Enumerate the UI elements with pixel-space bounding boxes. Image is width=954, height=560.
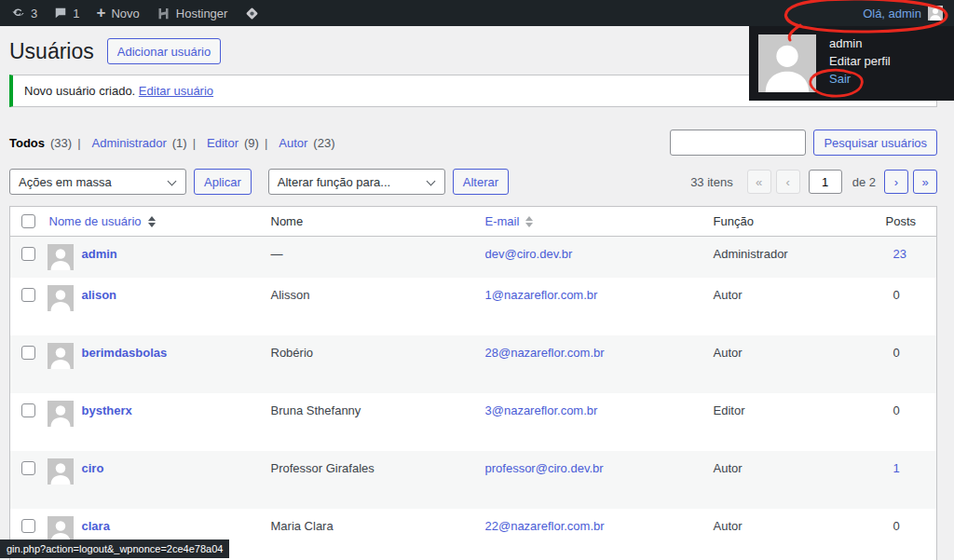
posts-count-link[interactable]: 0 xyxy=(893,288,900,302)
table-row: ciro Professor Girafales professor@ciro.… xyxy=(10,451,937,509)
filter-editor-link[interactable]: Editor xyxy=(207,136,238,150)
avatar-small xyxy=(928,6,943,20)
avatar xyxy=(48,458,74,485)
sort-arrows-icon xyxy=(525,216,533,227)
table-row: admin — dev@ciro.dev.br Administrador 23 xyxy=(10,237,937,278)
page-title: Usuários xyxy=(9,37,94,65)
comments-count: 1 xyxy=(73,7,79,20)
notice-text: Novo usuário criado. xyxy=(24,84,135,98)
users-table: Nome de usuário Nome E-mail Função Posts xyxy=(9,206,937,560)
wordpress-users-page: 3 1 + Novo Hostinger Olá, admin xyxy=(0,0,954,560)
hostinger-icon xyxy=(157,7,170,20)
row-checkbox[interactable] xyxy=(21,519,35,533)
row-checkbox[interactable] xyxy=(21,461,35,475)
table-header-row: Nome de usuário Nome E-mail Função Posts xyxy=(10,207,937,237)
email-link[interactable]: dev@ciro.dev.br xyxy=(485,247,573,261)
comment-icon xyxy=(54,7,67,20)
bulk-actions-select[interactable]: Ações em massa xyxy=(9,169,186,195)
change-role-button[interactable]: Alterar xyxy=(453,169,509,195)
filter-editor: Editor (9) xyxy=(193,136,259,150)
table-row: berimdasbolas Robério 28@nazareflor.com.… xyxy=(10,335,937,393)
first-page-button: « xyxy=(747,170,771,194)
user-role: Editor xyxy=(706,393,879,451)
role-filter-list: Todos (33) Administrador (1) Editor (9) … xyxy=(9,136,334,150)
filter-administrator-link[interactable]: Administrador xyxy=(92,136,167,150)
link-preview-statusbar: gin.php?action=logout&_wpnonce=2ce4e78a0… xyxy=(0,540,229,558)
sort-email-header[interactable]: E-mail xyxy=(485,214,534,228)
sort-username-header[interactable]: Nome de usuário xyxy=(49,214,156,228)
user-display-name: Alisson xyxy=(264,278,478,335)
account-menu-trigger[interactable]: Olá, admin xyxy=(863,6,943,20)
row-checkbox[interactable] xyxy=(21,403,35,417)
username-link[interactable]: ciro xyxy=(82,461,104,475)
filter-author-link[interactable]: Autor xyxy=(279,136,307,150)
search-users-input[interactable] xyxy=(670,130,806,156)
logout-link[interactable]: Sair xyxy=(829,72,891,87)
howdy-label: Olá, admin xyxy=(863,7,921,20)
user-display-name: Robério xyxy=(264,335,478,393)
filter-author: Autor (23) xyxy=(265,136,335,150)
email-link[interactable]: 1@nazareflor.com.br xyxy=(485,288,598,302)
role-header: Função xyxy=(706,207,879,237)
updates-count: 3 xyxy=(31,7,37,20)
email-link[interactable]: professor@ciro.dev.br xyxy=(485,461,604,475)
posts-count-link[interactable]: 23 xyxy=(893,247,906,261)
statusbar-url: gin.php?action=logout&_wpnonce=2ce4e78a0… xyxy=(7,543,223,554)
account-username-link[interactable]: admin xyxy=(829,36,891,51)
last-page-button[interactable]: » xyxy=(913,170,937,194)
select-all-checkbox[interactable] xyxy=(21,214,35,228)
prev-page-button: ‹ xyxy=(776,170,800,194)
admin-bar: 3 1 + Novo Hostinger Olá, admin xyxy=(0,0,954,26)
row-checkbox[interactable] xyxy=(21,288,35,302)
posts-count-link[interactable]: 0 xyxy=(893,403,900,417)
username-link[interactable]: bystherx xyxy=(82,403,132,417)
edit-user-link[interactable]: Editar usuário xyxy=(139,84,213,98)
user-role: Administrador xyxy=(706,237,879,278)
new-label: Novo xyxy=(111,7,139,20)
apply-button[interactable]: Aplicar xyxy=(194,169,252,195)
change-role-select[interactable]: Alterar função para... xyxy=(268,169,445,195)
row-checkbox[interactable] xyxy=(21,346,35,360)
items-count: 33 itens xyxy=(690,175,733,189)
email-link[interactable]: 3@nazareflor.com.br xyxy=(485,403,598,417)
comments-indicator[interactable]: 1 xyxy=(54,7,79,20)
edit-profile-link[interactable]: Editar perfil xyxy=(829,54,891,69)
search-users-button[interactable]: Pesquisar usuários xyxy=(813,130,937,156)
username-link[interactable]: admin xyxy=(82,247,117,261)
main-content: Usuários Adicionar usuário Novo usuário … xyxy=(0,26,954,560)
hostinger-menu[interactable]: Hostinger xyxy=(157,7,228,20)
hostinger-label: Hostinger xyxy=(176,7,228,20)
diamond-icon xyxy=(244,6,260,21)
name-header: Nome xyxy=(264,207,478,237)
current-page-input[interactable] xyxy=(809,170,842,194)
username-link[interactable]: clara xyxy=(82,519,110,533)
table-row: alison Alisson 1@nazareflor.com.br Autor… xyxy=(10,278,937,335)
user-role: Autor xyxy=(706,451,879,509)
user-role: Autor xyxy=(706,278,879,335)
pagination: 33 itens « ‹ de 2 › » xyxy=(690,170,937,194)
avatar xyxy=(48,401,74,427)
new-content-menu[interactable]: + Novo xyxy=(96,7,139,20)
filter-administrator: Administrador (1) xyxy=(77,136,186,150)
plus-icon: + xyxy=(96,5,105,20)
next-page-button[interactable]: › xyxy=(884,170,908,194)
avatar xyxy=(48,343,74,369)
row-checkbox[interactable] xyxy=(21,247,35,261)
add-user-button[interactable]: Adicionar usuário xyxy=(107,38,221,64)
posts-count-link[interactable]: 0 xyxy=(893,346,900,360)
updates-icon xyxy=(11,7,25,20)
total-pages-label: de 2 xyxy=(852,175,876,189)
user-display-name: Professor Girafales xyxy=(264,451,478,509)
posts-count-link[interactable]: 1 xyxy=(893,461,900,475)
username-link[interactable]: alison xyxy=(82,288,117,302)
posts-count-link[interactable]: 0 xyxy=(893,519,900,533)
filter-all-link[interactable]: Todos xyxy=(9,136,45,150)
sort-arrows-icon xyxy=(148,216,156,227)
plugin-gem-menu[interactable] xyxy=(244,6,260,21)
filter-all: Todos (33) xyxy=(9,136,72,150)
updates-indicator[interactable]: 3 xyxy=(11,7,37,20)
user-role: Autor xyxy=(706,509,879,560)
email-link[interactable]: 28@nazareflor.com.br xyxy=(485,346,605,360)
email-link[interactable]: 22@nazareflor.com.br xyxy=(485,519,605,533)
username-link[interactable]: berimdasbolas xyxy=(82,346,168,360)
